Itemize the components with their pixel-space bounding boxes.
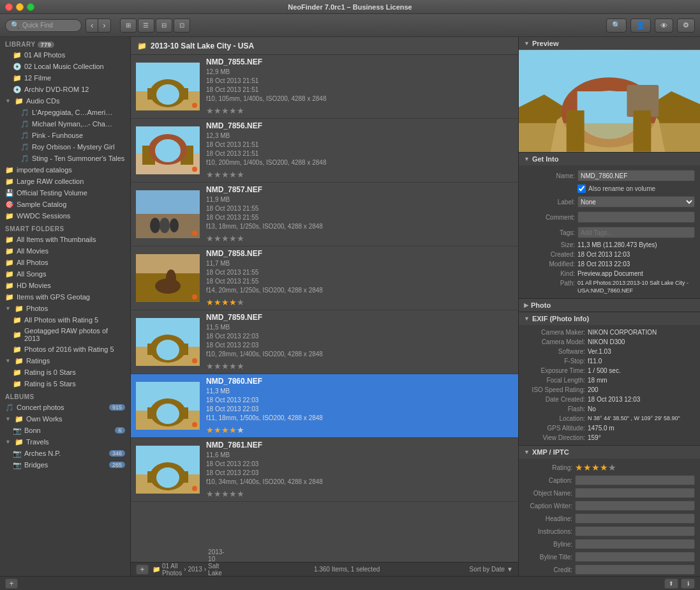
exif-header[interactable]: ▼ EXIF (Photo Info) <box>519 312 700 325</box>
focal-value: 18 mm <box>588 377 695 384</box>
list-view-button[interactable]: ☰ <box>138 19 154 33</box>
sidebar-item-own-works[interactable]: ▼ 📁 Own Works <box>0 413 130 425</box>
sidebar-item-all-photos-smart[interactable]: 📁 All Photos <box>0 257 130 268</box>
sidebar-item-bridges[interactable]: 📷 Bridges 265 <box>0 459 130 471</box>
photo-row[interactable]: NMD_7858.NEF 11,7 MB18 Oct 2013 21:5518 … <box>131 246 518 310</box>
svg-point-28 <box>156 404 179 424</box>
sidebar-item-hd-movies[interactable]: 📁 HD Movies <box>0 280 130 291</box>
sidebar-item-all-photos[interactable]: 📁 01 All Photos <box>0 49 130 61</box>
sort-control[interactable]: Sort by Date ▼ <box>470 566 514 573</box>
photo-rating[interactable]: ★★★★★ <box>206 298 513 307</box>
photo-row[interactable]: NMD_7859.NEF 11,5 MB18 Oct 2013 22:0318 … <box>131 310 518 374</box>
sidebar-item-audio-cds[interactable]: ▼ 📁 Audio CDs <box>0 95 130 107</box>
camera-maker-value: NIKON CORPORATION <box>588 329 695 336</box>
faces-button[interactable]: 👤 <box>630 19 651 33</box>
byline-title-input[interactable] <box>575 552 695 562</box>
xmp-rating-stars[interactable]: ★★★★★ <box>575 462 695 473</box>
close-button[interactable] <box>5 3 13 11</box>
albums-header: ALBUMS <box>0 390 130 402</box>
breadcrumb-folder: 2013-10 Salt Lake City - USA <box>208 548 225 577</box>
cover-flow-button[interactable]: ⊡ <box>174 19 190 33</box>
search-button[interactable]: 🔍 <box>606 19 627 33</box>
credit-input[interactable] <box>575 564 695 575</box>
sidebar-item-ratings-group[interactable]: ▼ 📁 Ratings <box>0 355 130 367</box>
sidebar-item-sting[interactable]: 🎵 Sting - Ten Summoner's Tales <box>0 153 130 164</box>
sidebar-item-official-testing[interactable]: 💾 Official Testing Volume <box>0 187 130 199</box>
sidebar-item-pink[interactable]: 🎵 Pink - Funhouse <box>0 130 130 141</box>
photo-row[interactable]: NMD_7857.NEF 11,9 MB18 Oct 2013 21:5518 … <box>131 183 518 246</box>
back-button[interactable]: ‹ <box>86 19 98 33</box>
photo-row[interactable]: NMD_7861.NEF 11,6 MB18 Oct 2013 22:0318 … <box>131 438 518 502</box>
photo-rating[interactable]: ★★★★★ <box>206 361 513 371</box>
raw-flag <box>192 167 197 172</box>
photo-row-selected[interactable]: NMD_7860.NEF 11,3 MB18 Oct 2013 22:0318 … <box>131 374 518 438</box>
sidebar-item-thumbnails[interactable]: 📁 All Items with Thumbnails <box>0 234 130 245</box>
sidebar-item-rating5-photos[interactable]: 📁 All Photos with Rating 5 <box>0 314 130 326</box>
photo-row[interactable]: NMD_7856.NEF 12,3 MB18 Oct 2013 21:5118 … <box>131 119 518 183</box>
photo-info: NMD_7860.NEF 11,3 MB18 Oct 2013 22:0318 … <box>206 377 513 435</box>
sidebar-item-geotagged[interactable]: 📁 Geotagged RAW photos of 2013 <box>0 326 130 344</box>
sidebar-item-photos-2016[interactable]: 📁 Photos of 2016 with Rating 5 <box>0 344 130 355</box>
sidebar-item-orbison[interactable]: 🎵 Roy Orbison - Mystery Girl <box>0 141 130 153</box>
tags-input[interactable] <box>577 227 695 238</box>
get-info-header[interactable]: ▼ Get Into <box>519 153 700 165</box>
photo-rating[interactable]: ★★★★★ <box>206 106 513 116</box>
sidebar-item-all-movies[interactable]: 📁 All Movies <box>0 245 130 257</box>
sidebar-item-wwdc[interactable]: 📁 WWDC Sessions <box>0 210 130 222</box>
photo-rating[interactable]: ★★★★★ <box>206 170 513 179</box>
add-album-button[interactable]: + <box>5 579 18 589</box>
maximize-button[interactable] <box>27 3 34 11</box>
photo-rating[interactable]: ★★★★★ <box>206 489 513 499</box>
byline-input[interactable] <box>575 539 695 549</box>
label-select[interactable]: None <box>577 196 695 208</box>
caption-input[interactable] <box>575 475 695 485</box>
folder-icon: 📁 <box>13 380 22 388</box>
headline-input[interactable] <box>575 513 695 524</box>
sidebar-item-bonn[interactable]: 📷 Bonn 6 <box>0 425 130 436</box>
sidebar-item-travels[interactable]: ▼ 📁 Travels <box>0 436 130 448</box>
sidebar-item-rating0[interactable]: 📁 Rating is 0 Stars <box>0 367 130 378</box>
xmp-header[interactable]: ▼ XMP / IPTC <box>519 446 700 458</box>
preview-header[interactable]: ▼ Preview <box>519 37 700 50</box>
photo-row[interactable]: NMD_7855.NEF 12,9 MB18 Oct 2013 21:5118 … <box>131 55 518 119</box>
name-input[interactable] <box>577 170 695 181</box>
grid-view-button[interactable]: ⊞ <box>120 19 137 33</box>
search-box[interactable]: 🔍 Quick Find <box>5 19 82 32</box>
music-icon: 🎵 <box>20 155 29 163</box>
column-view-button[interactable]: ⊟ <box>156 19 172 33</box>
sidebar-item-label: Concert photos <box>17 404 64 411</box>
get-info-section: ▼ Get Into Name: Also rename on volume L… <box>519 153 700 299</box>
rename-checkbox[interactable] <box>577 185 586 193</box>
preview-button[interactable]: 👁 <box>655 19 673 33</box>
photo-section-header[interactable]: ▶ Photo <box>519 299 700 312</box>
sidebar-item-arpeggiata[interactable]: 🎵 L'Arpeggiata, C…American Project <box>0 107 130 118</box>
sidebar-item-gps[interactable]: 📁 Items with GPS Geotag <box>0 291 130 303</box>
sidebar-item-concert[interactable]: 🎵 Concert photos 915 <box>0 402 130 413</box>
photo-rating[interactable]: ★★★★★ <box>206 234 513 243</box>
sidebar-item-rating5[interactable]: 📁 Rating is 5 Stars <box>0 378 130 390</box>
sidebar-item-archiv[interactable]: 💿 Archiv DVD-ROM 12 <box>0 84 130 95</box>
sidebar-item-sample[interactable]: 🎯 Sample Catalog <box>0 199 130 210</box>
object-name-label: Object Name: <box>524 490 575 497</box>
sidebar-item-arches[interactable]: 📷 Arches N.P. 346 <box>0 448 130 459</box>
instructions-input[interactable] <box>575 526 695 536</box>
sidebar-item-all-songs[interactable]: 📁 All Songs <box>0 268 130 280</box>
sidebar-item-photos-group[interactable]: ▼ 📁 Photos <box>0 303 130 314</box>
comment-input[interactable] <box>577 211 695 223</box>
forward-button[interactable]: › <box>98 19 110 33</box>
sidebar-item-local-music[interactable]: 💿 02 Local Music Collection <box>0 61 130 72</box>
settings-button[interactable]: ⚙ <box>677 19 695 33</box>
info-button[interactable]: ℹ <box>681 579 695 589</box>
photo-rating[interactable]: ★★★★★ <box>206 425 513 435</box>
object-name-input[interactable] <box>575 488 695 498</box>
minimize-button[interactable] <box>16 3 24 11</box>
sidebar-item-filme[interactable]: 📁 12 Filme <box>0 72 130 84</box>
svg-rect-29 <box>147 407 156 419</box>
add-button[interactable]: + <box>136 564 149 575</box>
sidebar-item-label: Sting - Ten Summoner's Tales <box>32 155 124 162</box>
sidebar-item-nyman[interactable]: 🎵 Michael Nyman,...- Chasing Pianos <box>0 118 130 130</box>
sidebar-item-large-raw[interactable]: 📁 Large RAW collection <box>0 176 130 187</box>
share-button[interactable]: ⬆ <box>664 579 678 589</box>
sidebar-item-imported[interactable]: 📁 imported catalogs <box>0 164 130 176</box>
caption-writer-input[interactable] <box>575 501 695 511</box>
